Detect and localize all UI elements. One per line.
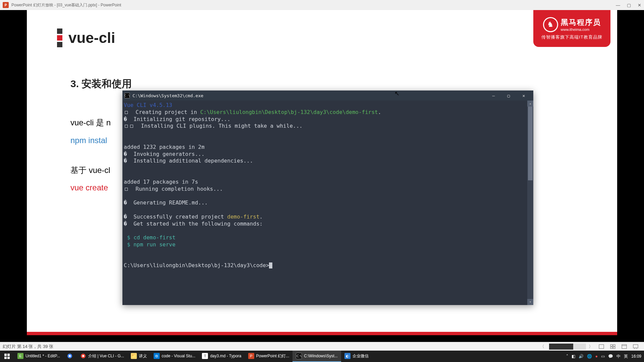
svg-rect-5 — [622, 345, 627, 349]
slide-title-wrap: vue-cli — [57, 28, 115, 47]
slide-counter: 幻灯片 第 14 张，共 39 张 — [3, 344, 537, 350]
svg-rect-11 — [7, 354, 10, 356]
svg-rect-12 — [4, 357, 7, 359]
svg-rect-4 — [613, 347, 615, 349]
minimize-button[interactable]: — — [616, 3, 620, 8]
taskbar[interactable]: EUntitled1 * - EditP... 介绍 | Vue CLI - G… — [0, 351, 644, 362]
taskbar-item-wework[interactable]: ◐企业微信 — [341, 351, 372, 362]
cmd-scrollbar[interactable]: ▴ ▾ — [527, 101, 533, 305]
powerpoint-icon: P — [248, 353, 254, 359]
slide-body: vue-cli 是 n npm instal 基于 vue-cl vue cre… — [70, 114, 111, 197]
logo-subtitle: 传智播客旗下高端IT教育品牌 — [541, 34, 602, 40]
folder-icon: 📁 — [131, 353, 137, 359]
cmd-titlebar[interactable]: C:\ C:\Windows\System32\cmd.exe — ▢ ✕ — [122, 90, 533, 101]
taskbar-item-vscode[interactable]: ⧉code - Visual Stu... — [150, 351, 199, 362]
body-line-2: npm instal — [70, 136, 107, 145]
taskbar-item-chrome[interactable] — [63, 351, 77, 362]
typora-icon: T — [202, 353, 208, 359]
cmd-title: C:\Windows\System32\cmd.exe — [132, 93, 486, 98]
horse-icon: ♞ — [543, 17, 558, 32]
window-title: PowerPoint 幻灯片放映 - [03_vue基础入门.pptx] - P… — [11, 2, 616, 8]
slide-title: vue-cli — [68, 29, 115, 46]
next-slide-button[interactable]: 〉 — [586, 344, 596, 350]
cmd-body[interactable]: Vue CLI v4.5.13 🗆 Creating project in C:… — [122, 101, 533, 305]
body-line-1: vue-cli 是 n — [70, 118, 111, 127]
start-button[interactable] — [0, 351, 14, 362]
maximize-button[interactable]: ▢ — [627, 3, 631, 8]
powerpoint-window: P PowerPoint 幻灯片放映 - [03_vue基础入门.pptx] -… — [0, 0, 644, 362]
powerpoint-statusbar: 幻灯片 第 14 张，共 39 张 〈 〉 — [0, 342, 644, 351]
tray-app-icon[interactable]: ◧ — [572, 354, 575, 359]
chrome-icon — [80, 353, 86, 359]
slide-heading: 3. 安装和使用 — [70, 77, 132, 91]
svg-point-15 — [69, 355, 71, 357]
taskbar-item-cmd[interactable]: C:\C:\Windows\Syst... — [292, 351, 341, 362]
taskbar-item-vuecli-docs[interactable]: 介绍 | Vue CLI - G... — [77, 351, 127, 362]
svg-rect-7 — [633, 345, 638, 348]
wework-icon: ◐ — [344, 353, 351, 359]
cmd-minimize-button[interactable]: — — [486, 90, 501, 101]
cmd-maximize-button[interactable]: ▢ — [501, 90, 516, 101]
brand-logo: ♞ 黑马程序员 www.itheima.com 传智播客旗下高端IT教育品牌 — [533, 10, 610, 47]
svg-rect-0 — [599, 345, 604, 349]
scroll-down-button[interactable]: ▾ — [527, 299, 533, 305]
tray-volume-icon[interactable]: 🔊 — [579, 354, 584, 359]
prev-slide-button[interactable]: 〈 — [537, 344, 547, 350]
chrome-icon — [67, 353, 73, 359]
taskbar-item-folder[interactable]: 📁讲义 — [127, 351, 150, 362]
body-line-4: vue create — [70, 183, 108, 192]
svg-point-17 — [82, 355, 84, 357]
svg-rect-13 — [7, 357, 10, 359]
svg-rect-2 — [613, 345, 615, 346]
cmd-window[interactable]: C:\ C:\Windows\System32\cmd.exe — ▢ ✕ Vu… — [122, 90, 533, 305]
sorter-view-button[interactable] — [607, 343, 618, 350]
taskbar-item-typora[interactable]: Tday3.md - Typora — [199, 351, 245, 362]
ime-indicator-2[interactable]: 英 — [624, 354, 628, 359]
svg-rect-10 — [4, 354, 7, 356]
clock[interactable]: 16:09 — [631, 354, 641, 359]
logo-url: www.itheima.com — [561, 27, 601, 32]
body-line-3: 基于 vue-cl — [70, 166, 110, 175]
cmd-cursor — [269, 262, 272, 268]
editplus-icon: E — [17, 353, 23, 359]
svg-rect-3 — [610, 347, 612, 349]
slide-progress[interactable] — [549, 344, 586, 350]
vscode-icon: ⧉ — [154, 353, 160, 359]
cmd-icon: C:\ — [124, 93, 130, 98]
ime-indicator-1[interactable]: 中 — [616, 354, 621, 359]
slide-footer-bar — [27, 332, 617, 335]
taskbar-item-powerpoint[interactable]: PPowerPoint 幻灯... — [245, 351, 293, 362]
taskbar-item-editplus[interactable]: EUntitled1 * - EditP... — [14, 351, 63, 362]
tray-chevron-icon[interactable]: ˄ — [566, 354, 568, 359]
cmd-icon: C:\ — [296, 353, 302, 359]
tray-battery-icon[interactable]: ▭ — [601, 354, 605, 359]
cmd-close-button[interactable]: ✕ — [516, 90, 531, 101]
cmd-output: Vue CLI v4.5.13 🗆 Creating project in C:… — [122, 101, 533, 270]
title-decoration-icon — [57, 28, 62, 47]
tray-record-icon[interactable]: ● — [595, 354, 598, 359]
close-button[interactable]: ✕ — [638, 3, 641, 8]
tray-network-icon[interactable]: 🌐 — [587, 354, 592, 359]
reading-view-button[interactable] — [619, 343, 630, 350]
scroll-thumb[interactable] — [528, 107, 533, 180]
system-tray[interactable]: ˄ ◧ 🔊 🌐 ● ▭ 💬 中 英 16:09 — [564, 351, 644, 362]
slideshow-view-button[interactable] — [630, 343, 641, 350]
tray-notification-icon[interactable]: 💬 — [608, 354, 613, 359]
svg-rect-1 — [610, 345, 612, 346]
powerpoint-icon: P — [3, 2, 9, 8]
logo-main-text: 黑马程序员 — [561, 17, 601, 27]
powerpoint-titlebar[interactable]: P PowerPoint 幻灯片放映 - [03_vue基础入门.pptx] -… — [0, 0, 644, 10]
normal-view-button[interactable] — [596, 343, 607, 350]
scroll-up-button[interactable]: ▴ — [527, 101, 533, 107]
